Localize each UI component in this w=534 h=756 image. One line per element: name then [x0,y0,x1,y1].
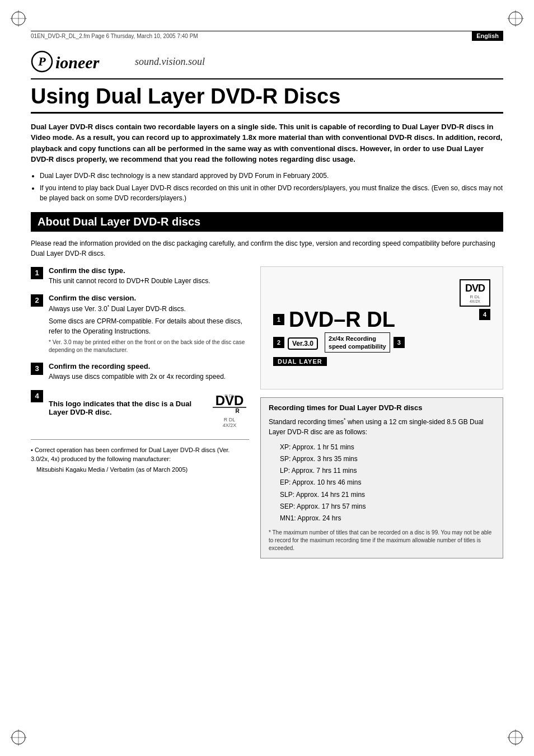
recording-time-xp: XP: Approx. 1 hr 51 mins [269,442,495,453]
item-3-title: Confirm the recording speed. [49,362,249,370]
corner-mark-bl [10,729,27,746]
list-item: Dual Layer DVD-R disc technology is a ne… [40,171,503,181]
svg-text:R DL: R DL [224,393,235,398]
right-column: DVD R DL 4X/2X 1 DVD–R DL 4 [260,266,503,558]
item-1-content: Confirm the disc type. This unit cannot … [49,266,249,286]
recording-times-intro: Standard recording times* when using a 1… [269,416,495,437]
left-column: 1 Confirm the disc type. This unit canno… [31,266,249,558]
pioneer-wordmark: P ioneer sound.vision.soul [31,49,205,74]
disc-main-text: DVD–R DL [289,309,395,330]
item-2-title: Confirm the disc version. [49,294,249,302]
disc-visual: DVD R DL 4X/2X 1 DVD–R DL 4 [266,273,497,373]
disc-badge-2: 2 [273,337,284,348]
disc-badge-4: 4 [479,309,490,320]
dvd-logo-icon: DVD R R DL [210,389,249,417]
section-intro: Please read the information provided on … [31,238,503,259]
num-badge-3: 3 [31,363,43,375]
item-2-body2: Some discs are CPRM-compatible. For deta… [49,316,249,336]
num-badge-1: 1 [31,267,43,279]
bottom-note-text: • Correct operation has been confirmed f… [31,445,249,464]
recording-footnote: * The maximum number of titles that can … [269,529,495,552]
disc-badge-3: 3 [394,337,405,348]
intro-paragraph: Dual Layer DVD-R discs contain two recor… [31,121,503,165]
dvd-logo-caption: R DL4X/2X [210,417,249,428]
svg-text:P: P [38,54,46,68]
item-1-title: Confirm the disc type. [49,266,249,275]
disc-badge-1: 1 [273,314,284,325]
pioneer-logo: P ioneer [31,49,120,74]
item-4-content: This logo indicates that the disc is a D… [49,389,249,428]
list-item: If you intend to play back Dual Layer DV… [40,183,503,203]
section-heading: About Dual Layer DVD-R discs [31,212,503,232]
disc-image-area: DVD R DL 4X/2X 1 DVD–R DL 4 [260,266,503,389]
item-4-title: This logo indicates that the disc is a D… [49,400,201,416]
intro-bullets: Dual Layer DVD-R disc technology is a ne… [40,171,503,203]
svg-text:ioneer: ioneer [55,53,100,72]
numbered-item-2: 2 Confirm the disc version. Always use V… [31,294,249,354]
file-info: 01EN_DVD-R_DL_2.fm Page 6 Thursday, Marc… [31,31,503,39]
numbered-item-3: 3 Confirm the recording speed. Always us… [31,362,249,382]
bottom-note: • Correct operation has been confirmed f… [31,439,249,473]
recording-times-title: Recording times for Dual Layer DVD-R dis… [269,403,495,412]
two-col-layout: 1 Confirm the disc type. This unit canno… [31,266,503,558]
dvd-top-logo: DVD R DL 4X/2X [460,279,490,307]
manufacturer-text: Mitsubishi Kagaku Media / Verbatim (as o… [36,466,249,473]
recording-time-lp: LP: Approx. 7 hrs 11 mins [269,465,495,477]
recording-times-box: Recording times for Dual Layer DVD-R dis… [260,397,503,558]
item-4-row: This logo indicates that the disc is a D… [49,389,249,428]
recording-time-slp: SLP: Approx. 14 hrs 21 mins [269,489,495,501]
disc-4x2x: 4X/2X [465,299,485,303]
numbered-item-1: 1 Confirm the disc type. This unit canno… [31,266,249,286]
recording-time-sp: SP: Approx. 3 hrs 35 mins [269,453,495,465]
disc-r-dl: R DL [465,294,485,299]
recording-time-sep: SEP: Approx. 17 hrs 57 mins [269,501,495,513]
header-divider [31,78,503,79]
item-3-content: Confirm the recording speed. Always use … [49,362,249,382]
dvd-logo-container: DVD R R DL R DL4X/2X [210,389,249,428]
speed-text-line1: 2x/4x Recording [329,335,386,342]
item-2-footnote: * Ver. 3.0 may be printed either on the … [49,339,249,354]
main-title: Using Dual Layer DVD-R Discs [31,85,503,114]
tagline: sound.vision.soul [135,56,205,68]
header-section: P ioneer sound.vision.soul [31,49,503,74]
dual-layer-label: DUAL LAYER [273,357,327,366]
recording-time-mn1: MN1: Approx. 24 hrs [269,513,495,524]
item-2-content: Confirm the disc version. Always use Ver… [49,294,249,354]
dvd-logo-top: DVD [465,283,485,294]
item-3-body: Always use discs compatible with 2x or 4… [49,372,249,382]
speed-badge: 2x/4x Recording speed compatibility [325,332,390,353]
corner-mark-br [507,729,524,746]
corner-mark-tr [507,10,524,27]
svg-text:R: R [235,408,240,414]
language-badge: English [472,31,503,41]
recording-time-ep: EP: Approx. 10 hrs 46 mins [269,477,495,489]
numbered-item-4: 4 This logo indicates that the disc is a… [31,389,249,428]
bottom-note-bullet: Correct operation has been confirmed for… [31,447,229,463]
bullet-symbol: • [31,447,35,453]
speed-text-line2: speed compatibility [329,342,386,350]
num-badge-2: 2 [31,294,43,307]
item-1-subtitle: This unit cannot record to DVD+R Double … [49,276,249,286]
corner-mark-tl [10,10,27,27]
num-badge-4: 4 [31,390,43,402]
ver-label: Ver.3.0 [288,337,318,350]
item-2-body: Always use Ver. 3.0* Dual Layer DVD-R di… [49,303,249,314]
